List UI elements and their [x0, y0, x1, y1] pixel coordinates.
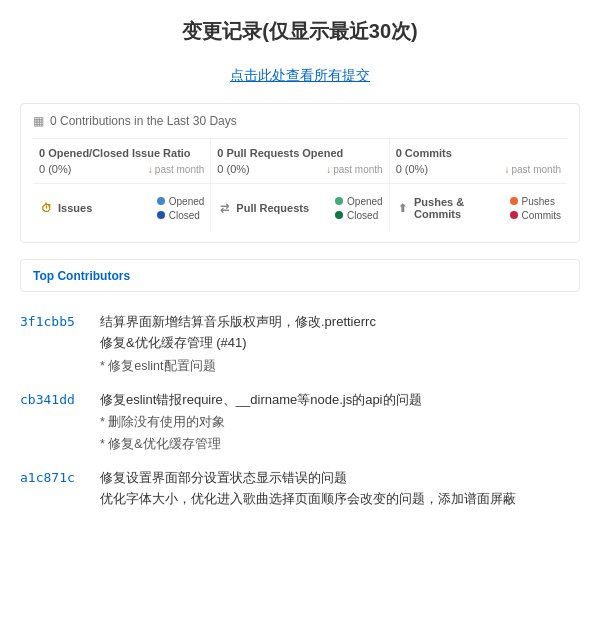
commit-msg-0-1: 修复&优化缓存管理 (#41) — [100, 333, 580, 354]
commit-messages-2: 修复设置界面部分设置状态显示错误的问题 优化字体大小，优化进入歌曲选择页面顺序会… — [100, 468, 580, 510]
commit-hash-2[interactable]: a1c871c — [20, 468, 80, 510]
chart-commits-label: ⬆ Pushes & Commits — [396, 196, 510, 220]
top-contributors-card: Top Contributors — [20, 259, 580, 292]
commit-entry-2: a1c871c 修复设置界面部分设置状态显示错误的问题 优化字体大小，优化进入歌… — [20, 468, 580, 510]
legend-closed-prs: Closed — [335, 210, 383, 221]
stat-value-commits: 0 (0%) ↓past month — [396, 163, 561, 175]
chart-prs: ⇄ Pull Requests Opened Closed — [211, 184, 389, 232]
commit-entry-1: cb341dd 修复eslint错报require、__dirname等node… — [20, 390, 580, 455]
stat-cell-prs: 0 Pull Requests Opened 0 (0%) ↓past mont… — [211, 139, 389, 183]
commit-detail-0-0: * 修复eslint配置问题 — [100, 356, 580, 376]
chart-issues-legend: Opened Closed — [157, 196, 205, 221]
pr-icon: ⇄ — [217, 201, 231, 215]
stat-label-issues: 0 Opened/Closed Issue Ratio — [39, 147, 204, 159]
chart-commits-legend: Pushes Commits — [510, 196, 561, 221]
commit-detail-1-1: * 修复&优化缓存管理 — [100, 434, 580, 454]
chart-issues-label: ⏱ Issues — [39, 201, 92, 215]
commit-hash-0[interactable]: 3f1cbb5 — [20, 312, 80, 376]
commits-list: 3f1cbb5 结算界面新增结算音乐版权声明，修改.prettierrc 修复&… — [0, 304, 600, 510]
chart-prs-label: ⇄ Pull Requests — [217, 201, 309, 215]
chart-commits: ⬆ Pushes & Commits Pushes Commits — [390, 184, 567, 232]
stats-cells-row: 0 Opened/Closed Issue Ratio 0 (0%) ↓past… — [33, 139, 567, 184]
stat-label-commits: 0 Commits — [396, 147, 561, 159]
commit-messages-1: 修复eslint错报require、__dirname等node.js的api的… — [100, 390, 580, 455]
clock-icon: ⏱ — [39, 201, 53, 215]
push-icon: ⬆ — [396, 201, 409, 215]
commit-msg-2-1: 优化字体大小，优化进入歌曲选择页面顺序会改变的问题，添加谱面屏蔽 — [100, 489, 580, 510]
stat-zero-prs: 0 (0%) — [217, 163, 249, 175]
charts-row: ⏱ Issues Opened Closed ⇄ Pull Requests — [33, 184, 567, 232]
stat-past-prs: ↓past month — [326, 164, 382, 175]
stats-header: ▦ 0 Contributions in the Last 30 Days — [33, 114, 567, 139]
legend-commits: Commits — [510, 210, 561, 221]
commit-messages-0: 结算界面新增结算音乐版权声明，修改.prettierrc 修复&优化缓存管理 (… — [100, 312, 580, 376]
legend-opened-prs: Opened — [335, 196, 383, 207]
stats-header-label: 0 Contributions in the Last 30 Days — [50, 114, 237, 128]
view-all-section: 点击此处查看所有提交 — [0, 57, 600, 103]
stat-cell-issues: 0 Opened/Closed Issue Ratio 0 (0%) ↓past… — [33, 139, 211, 183]
commit-msg-0-0: 结算界面新增结算音乐版权声明，修改.prettierrc — [100, 312, 580, 333]
view-all-link[interactable]: 点击此处查看所有提交 — [230, 67, 370, 83]
legend-pushes: Pushes — [510, 196, 561, 207]
legend-closed-issues: Closed — [157, 210, 205, 221]
chart-issues: ⏱ Issues Opened Closed — [33, 184, 211, 232]
commit-detail-1-0: * 删除没有使用的对象 — [100, 412, 580, 432]
chart-prs-legend: Opened Closed — [335, 196, 383, 221]
commit-entry-0: 3f1cbb5 结算界面新增结算音乐版权声明，修改.prettierrc 修复&… — [20, 312, 580, 376]
grid-icon: ▦ — [33, 114, 44, 128]
stat-past-commits: ↓past month — [505, 164, 561, 175]
stat-label-prs: 0 Pull Requests Opened — [217, 147, 382, 159]
stat-past-issues: ↓past month — [148, 164, 204, 175]
page-title: 变更记录(仅显示最近30次) — [0, 0, 600, 57]
legend-opened-issues: Opened — [157, 196, 205, 207]
commit-msg-2-0: 修复设置界面部分设置状态显示错误的问题 — [100, 468, 580, 489]
stat-zero-issues: 0 (0%) — [39, 163, 71, 175]
commit-msg-1-0: 修复eslint错报require、__dirname等node.js的api的… — [100, 390, 580, 411]
commit-hash-1[interactable]: cb341dd — [20, 390, 80, 455]
stat-zero-commits: 0 (0%) — [396, 163, 428, 175]
top-contributors-label: Top Contributors — [33, 269, 130, 283]
stat-value-prs: 0 (0%) ↓past month — [217, 163, 382, 175]
stat-value-issues: 0 (0%) ↓past month — [39, 163, 204, 175]
stat-cell-commits: 0 Commits 0 (0%) ↓past month — [390, 139, 567, 183]
stats-card: ▦ 0 Contributions in the Last 30 Days 0 … — [20, 103, 580, 243]
